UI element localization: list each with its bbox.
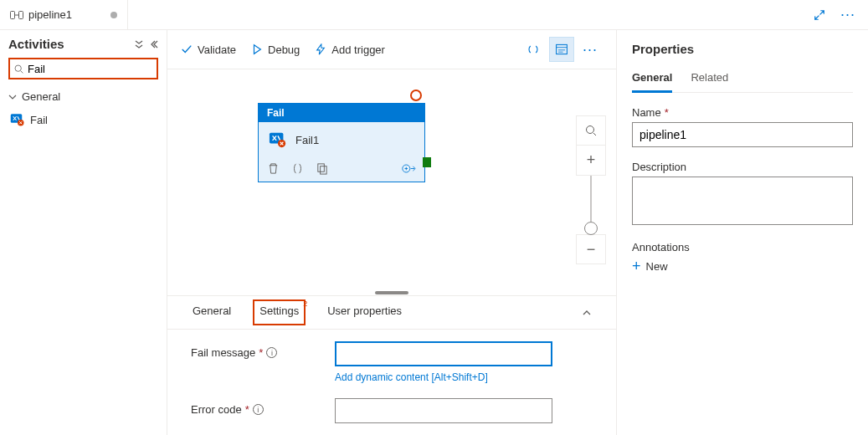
braces-icon[interactable] [291, 162, 304, 175]
copy-icon[interactable] [316, 162, 328, 175]
activities-panel: Activities General [0, 30, 167, 435]
validate-label: Validate [198, 44, 236, 56]
zoom-out-button[interactable]: − [576, 234, 606, 264]
error-code-label: Error code [191, 403, 242, 416]
debug-button[interactable]: Debug [251, 44, 300, 56]
node-output-handle[interactable] [423, 157, 431, 167]
unsaved-indicator-icon [110, 12, 117, 18]
add-trigger-label: Add trigger [331, 44, 385, 56]
activities-search-input[interactable] [28, 63, 168, 75]
fail-message-label: Fail message [191, 346, 255, 359]
bottom-tab-general[interactable]: General [191, 301, 233, 324]
pipeline-canvas[interactable]: Fail Fail1 [167, 69, 616, 290]
open-tab-pipeline[interactable]: pipeline1 [0, 0, 127, 29]
svg-rect-13 [318, 164, 325, 171]
svg-line-4 [21, 70, 23, 72]
node-name: Fail1 [295, 134, 319, 146]
lightning-icon [315, 44, 326, 55]
collapse-double-icon[interactable] [133, 39, 145, 49]
required-icon: * [245, 403, 249, 416]
props-tab-general[interactable]: General [632, 68, 672, 93]
tree-item-fail[interactable]: Fail [8, 109, 158, 130]
info-icon[interactable]: i [266, 347, 277, 358]
code-view-button[interactable] [521, 37, 546, 62]
collapse-left-icon[interactable] [148, 39, 158, 49]
tree-group-general[interactable]: General [8, 88, 158, 105]
svg-rect-0 [11, 11, 15, 18]
pipeline-icon [10, 8, 23, 22]
properties-title: Properties [632, 42, 853, 56]
svg-rect-14 [321, 166, 327, 174]
bottom-tab-settings[interactable]: Settings 2 [253, 299, 306, 325]
zoom-slider[interactable] [590, 176, 592, 234]
svg-point-18 [587, 126, 594, 134]
validate-button[interactable]: Validate [181, 44, 236, 56]
check-icon [181, 44, 193, 55]
description-label: Description [632, 161, 686, 173]
props-tab-related[interactable]: Related [691, 68, 728, 92]
svg-rect-1 [19, 11, 23, 18]
add-output-icon[interactable] [401, 162, 416, 175]
tab-title: pipeline1 [28, 8, 72, 21]
new-annotation-label: New [646, 260, 668, 273]
delete-icon[interactable] [267, 162, 280, 175]
node-type-label: Fail [259, 104, 424, 122]
settings-badge: 2 [303, 299, 307, 308]
pipeline-toolbar: Validate Debug Add trigger [167, 30, 616, 69]
add-trigger-button[interactable]: Add trigger [315, 44, 385, 56]
debug-label: Debug [268, 44, 300, 56]
activities-title: Activities [8, 37, 64, 51]
bottom-tab-settings-label: Settings [259, 304, 299, 317]
plus-icon: + [632, 258, 641, 274]
required-icon: * [259, 346, 263, 359]
add-annotation-button[interactable]: + New [632, 258, 853, 274]
properties-toggle-button[interactable] [549, 37, 574, 62]
canvas-zoom-controls: + − [576, 115, 606, 264]
play-outline-icon [251, 44, 263, 55]
fail-activity-icon [269, 130, 287, 149]
tree-item-label: Fail [30, 114, 48, 126]
fail-activity-icon [10, 112, 25, 127]
info-icon[interactable]: i [253, 404, 264, 415]
toolbar-more-button[interactable]: ··· [578, 37, 603, 62]
tree-group-label: General [22, 90, 60, 103]
pipeline-name-input[interactable] [632, 122, 853, 147]
zoom-fit-button[interactable] [576, 115, 606, 146]
annotations-label: Annotations [632, 241, 690, 253]
bottom-tab-user-properties[interactable]: User properties [326, 301, 403, 324]
svg-line-19 [593, 133, 596, 136]
more-icon[interactable]: ··· [836, 3, 860, 27]
name-label: Name [632, 106, 661, 119]
highlight-circle-icon [410, 90, 422, 101]
zoom-in-button[interactable]: + [576, 146, 606, 176]
expand-icon[interactable] [808, 3, 831, 27]
fail-message-input[interactable] [335, 341, 552, 366]
chevron-down-icon [8, 93, 17, 101]
error-code-input[interactable] [335, 398, 552, 423]
zoom-slider-thumb[interactable] [584, 222, 598, 235]
properties-panel: Properties General Related Name * Descri… [617, 30, 868, 435]
pipeline-description-input[interactable] [632, 177, 853, 225]
required-icon: * [665, 106, 669, 119]
search-icon [13, 64, 24, 74]
collapse-panel-icon[interactable] [581, 307, 593, 319]
svg-point-3 [15, 65, 21, 71]
activities-search[interactable] [8, 58, 158, 79]
add-dynamic-content-link[interactable]: Add dynamic content [Alt+Shift+D] [335, 371, 552, 383]
svg-rect-7 [557, 44, 568, 54]
activity-node-fail[interactable]: Fail Fail1 [258, 103, 425, 182]
